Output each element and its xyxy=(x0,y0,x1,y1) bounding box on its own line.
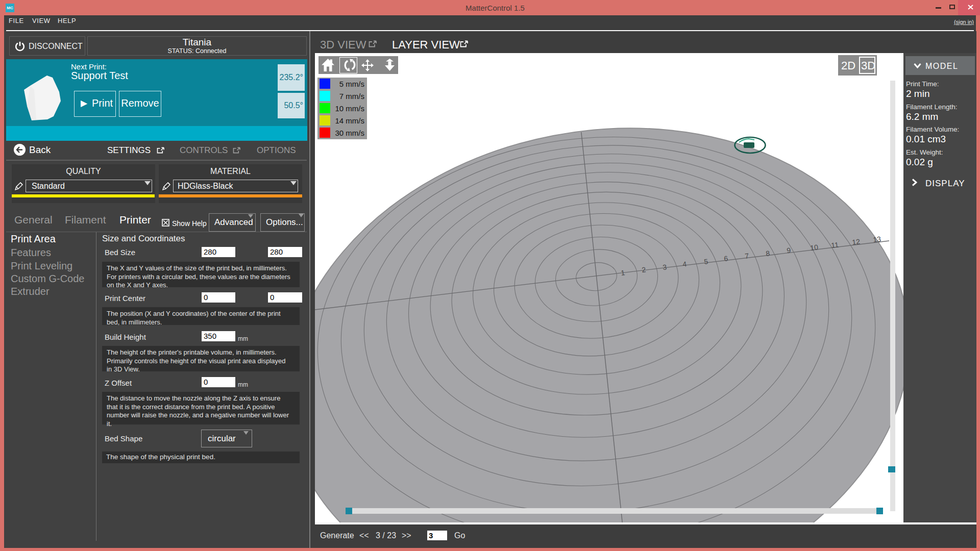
svg-text:12: 12 xyxy=(851,237,861,246)
svg-text:11: 11 xyxy=(830,240,839,249)
svg-text:10: 10 xyxy=(810,243,819,252)
svg-text:13: 13 xyxy=(872,235,881,244)
